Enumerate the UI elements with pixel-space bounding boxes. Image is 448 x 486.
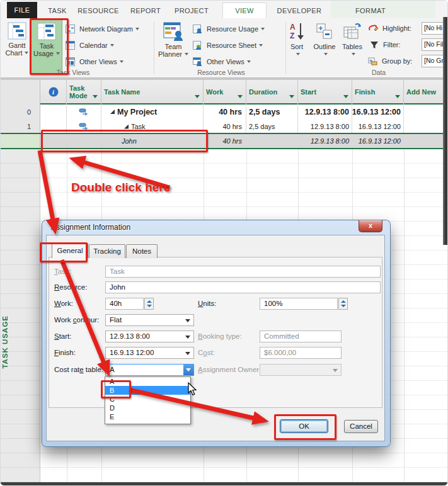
start-combobox[interactable]: 12.9.13 8:00 bbox=[105, 331, 194, 342]
tab-format[interactable]: FORMAT bbox=[348, 3, 393, 18]
highlight-box-option-b bbox=[101, 380, 131, 398]
combo-dropdown-button[interactable] bbox=[183, 364, 193, 375]
filter-arrow-icon[interactable] bbox=[195, 95, 200, 98]
collapse-triangle-icon[interactable] bbox=[110, 110, 115, 114]
collapse-triangle-icon[interactable] bbox=[124, 125, 129, 129]
chevron-down-icon[interactable] bbox=[185, 352, 190, 355]
chevron-down-icon bbox=[110, 44, 114, 47]
ms-project-window: FILE TASK RESOURCE REPORT PROJECT VIEW D… bbox=[0, 0, 448, 486]
other-views-resource-icon bbox=[193, 57, 202, 66]
table-row[interactable]: 0 My Project 40 hrs 2,5 days 12.9.13 8:0… bbox=[1, 103, 448, 120]
network-diagram-button[interactable]: Network Diagram bbox=[66, 22, 139, 36]
work-cell[interactable]: 40 hrs bbox=[204, 120, 246, 133]
add-new-cell[interactable] bbox=[404, 120, 448, 133]
task-name-text: My Project bbox=[117, 108, 157, 116]
highlight-box-general-tab bbox=[40, 242, 88, 263]
add-new-cell[interactable] bbox=[404, 103, 448, 120]
tab-report[interactable]: REPORT bbox=[127, 3, 164, 18]
spin-down-icon[interactable] bbox=[341, 305, 346, 307]
column-header-info[interactable]: i bbox=[40, 80, 67, 103]
task-name-cell[interactable]: My Project bbox=[101, 103, 204, 120]
duration-cell[interactable]: 2,5 days bbox=[246, 103, 298, 120]
column-header-finish[interactable]: Finish bbox=[352, 80, 404, 103]
work-cell[interactable]: 40 hrs bbox=[204, 134, 246, 148]
finish-cell[interactable]: 16.9.13 12:00 bbox=[352, 103, 404, 120]
double-click-annotation: Double click here bbox=[71, 181, 170, 195]
finish-cell[interactable]: 16.9.13 12:00 bbox=[352, 120, 404, 133]
units-field[interactable]: 100% bbox=[260, 298, 338, 310]
task-field-label: Task: bbox=[54, 266, 71, 278]
team-planner-button[interactable]: Team Planner bbox=[158, 20, 188, 72]
task-mode-auto-icon bbox=[79, 108, 89, 116]
start-cell[interactable]: 12.9.13 8:00 bbox=[298, 103, 352, 120]
work-contour-combobox[interactable]: Flat bbox=[105, 314, 194, 326]
calendar-button[interactable]: Calendar bbox=[66, 38, 114, 52]
duration-cell[interactable] bbox=[246, 134, 298, 148]
column-header-work[interactable]: Work bbox=[204, 80, 246, 103]
gantt-chart-button[interactable]: Gantt Chart bbox=[2, 20, 32, 72]
column-header-duration[interactable]: Duration bbox=[246, 80, 298, 103]
resource-usage-button[interactable]: Resource Usage bbox=[193, 22, 265, 36]
add-new-cell[interactable] bbox=[404, 134, 448, 148]
dropdown-item-e[interactable]: E bbox=[105, 412, 190, 421]
cost-rate-table-combobox[interactable]: A bbox=[105, 364, 194, 376]
column-header-add-new[interactable]: Add New bbox=[404, 80, 448, 103]
outline-button[interactable]: + Outline bbox=[311, 20, 338, 72]
start-cell[interactable]: 12.9.13 8:00 bbox=[298, 120, 352, 133]
cancel-button[interactable]: Cancel bbox=[344, 420, 378, 433]
group-label-resource-views: Resource Views bbox=[187, 69, 256, 76]
group-by-control[interactable]: + Group by: bbox=[368, 54, 412, 68]
other-views-resources-button[interactable]: Other Views bbox=[193, 55, 251, 69]
work-field[interactable]: 40h bbox=[105, 298, 144, 310]
column-header-start[interactable]: Start bbox=[298, 80, 352, 103]
resource-sheet-button[interactable]: Resource Sheet bbox=[193, 38, 263, 52]
gantt-chart-icon bbox=[8, 22, 26, 40]
duration-header-label: Duration bbox=[249, 88, 277, 96]
tab-developer[interactable]: DEVELOPER bbox=[273, 3, 326, 18]
tab-view-active[interactable]: VIEW bbox=[222, 3, 267, 19]
tables-button[interactable]: Tables bbox=[339, 20, 365, 72]
sort-button[interactable]: AZ Sort bbox=[285, 20, 308, 72]
tab-task[interactable]: TASK bbox=[42, 3, 72, 18]
column-header-task-mode[interactable]: Task Mode bbox=[67, 80, 101, 103]
outline-label: Outline bbox=[314, 43, 336, 50]
table-header-row: i Task Mode Task Name Work Duration Star… bbox=[1, 80, 448, 105]
other-views-tasks-button[interactable]: Other Views bbox=[66, 55, 123, 69]
tab-notes[interactable]: Notes bbox=[126, 244, 158, 258]
chevron-down-icon[interactable] bbox=[185, 336, 190, 339]
row-number[interactable]: 1 bbox=[1, 120, 40, 133]
work-spinner[interactable] bbox=[144, 298, 154, 310]
tab-tracking[interactable]: Tracking bbox=[89, 244, 125, 258]
filter-arrow-icon[interactable] bbox=[238, 95, 243, 98]
units-spinner[interactable] bbox=[338, 298, 348, 310]
finish-value: 16.9.13 12:00 bbox=[110, 349, 154, 356]
tab-file[interactable]: FILE bbox=[7, 2, 37, 18]
spin-down-icon[interactable] bbox=[147, 305, 152, 307]
row-number[interactable]: 0 bbox=[1, 103, 40, 120]
assignment-information-dialog: Assignment Information x General Trackin… bbox=[42, 220, 390, 446]
column-header-task-name[interactable]: Task Name bbox=[101, 80, 204, 103]
spin-up-icon[interactable] bbox=[147, 300, 152, 303]
spin-up-icon[interactable] bbox=[341, 300, 346, 303]
work-cell[interactable]: 40 hrs bbox=[204, 103, 246, 120]
highlight-control[interactable]: Highlight: bbox=[368, 21, 411, 35]
row-number[interactable] bbox=[1, 134, 40, 148]
sort-az-icon: AZ bbox=[289, 22, 305, 41]
chevron-down-icon[interactable] bbox=[185, 319, 190, 322]
duration-cell[interactable]: 2,5 days bbox=[246, 120, 298, 133]
filter-arrow-icon[interactable] bbox=[395, 95, 400, 98]
tab-project[interactable]: PROJECT bbox=[171, 3, 212, 18]
filter-arrow-icon[interactable] bbox=[93, 95, 98, 98]
close-button[interactable]: x bbox=[359, 220, 382, 232]
filter-arrow-icon[interactable] bbox=[289, 95, 294, 98]
start-cell[interactable]: 12.9.13 8:00 bbox=[298, 134, 352, 148]
filter-control[interactable]: Filter: bbox=[370, 38, 401, 52]
resource-field[interactable]: John bbox=[105, 281, 381, 293]
team-planner-icon bbox=[163, 22, 183, 41]
dropdown-item-d[interactable]: D bbox=[105, 404, 190, 412]
finish-combobox[interactable]: 16.9.13 12:00 bbox=[105, 347, 194, 359]
chevron-down-icon bbox=[261, 28, 265, 30]
tab-resource[interactable]: RESOURCE bbox=[76, 3, 120, 18]
finish-cell[interactable]: 16.9.13 12:00 bbox=[352, 134, 404, 148]
filter-arrow-icon[interactable] bbox=[343, 95, 348, 98]
